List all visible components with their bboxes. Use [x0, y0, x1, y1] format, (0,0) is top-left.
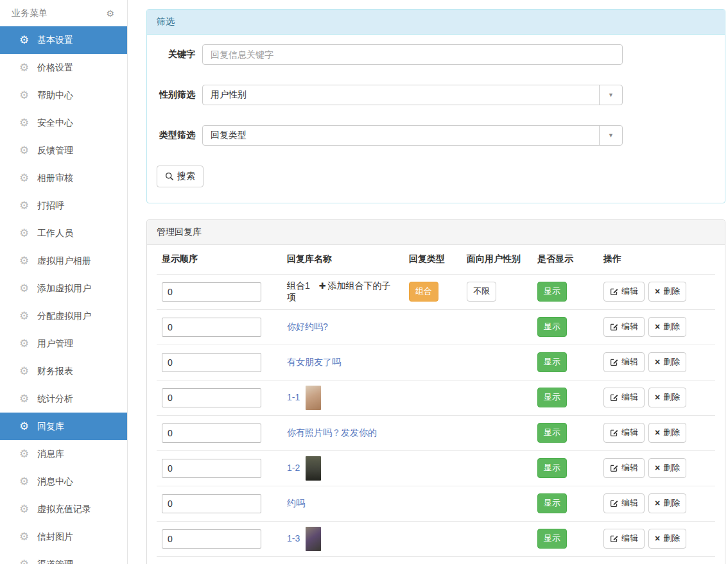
- gear-icon: ⚙: [19, 200, 31, 211]
- sidebar-item-label: 回复库: [37, 421, 64, 432]
- thumbnail-image[interactable]: [306, 456, 321, 481]
- edit-button[interactable]: 编辑: [603, 352, 645, 372]
- gear-icon: ⚙: [19, 449, 31, 459]
- sidebar-item-virtual-recharge[interactable]: ⚙ 虚拟充值记录: [0, 495, 127, 523]
- delete-button[interactable]: ×删除: [648, 458, 686, 477]
- sidebar-item-staff[interactable]: ⚙ 工作人员: [0, 219, 127, 247]
- sidebar-item-label: 安全中心: [37, 117, 73, 129]
- reply-name-link[interactable]: 你有照片吗？发发你的: [287, 427, 377, 438]
- sidebar-item-reply-library[interactable]: ⚙ 回复库: [0, 413, 127, 440]
- order-input[interactable]: [162, 353, 261, 372]
- delete-button[interactable]: ×删除: [648, 529, 686, 548]
- sidebar-item-security-center[interactable]: ⚙ 安全中心: [0, 109, 127, 137]
- sidebar-item-label: 基本设置: [37, 35, 73, 46]
- sidebar-item-greeting[interactable]: ⚙ 打招呼: [0, 192, 127, 219]
- reply-name-link[interactable]: 有女朋友了吗: [287, 357, 341, 367]
- order-input[interactable]: [162, 494, 261, 513]
- order-input[interactable]: [162, 423, 261, 443]
- thumbnail-image[interactable]: [306, 386, 321, 410]
- type-select[interactable]: 回复类型 ▼: [202, 125, 623, 146]
- order-input[interactable]: [162, 459, 261, 478]
- sidebar-item-basic-settings[interactable]: ⚙ 基本设置: [0, 26, 127, 54]
- edit-icon: [610, 429, 618, 437]
- order-input[interactable]: [162, 282, 261, 302]
- sidebar-item-feedback[interactable]: ⚙ 反馈管理: [0, 137, 127, 164]
- main-content: 筛选 关键字 性别筛选 用户性别 ▼ 类型筛选 回复类型 ▼: [128, 0, 728, 564]
- edit-button[interactable]: 编辑: [603, 529, 645, 548]
- order-input[interactable]: [162, 388, 261, 407]
- order-input[interactable]: [162, 318, 261, 337]
- type-select-value: 回复类型: [203, 126, 599, 145]
- visible-toggle-button[interactable]: 显示: [537, 529, 567, 548]
- sidebar-item-album-review[interactable]: ⚙ 相册审核: [0, 164, 127, 192]
- sidebar-item-virtual-user-album[interactable]: ⚙ 虚拟用户相册: [0, 247, 127, 275]
- keyword-input[interactable]: [202, 44, 623, 65]
- sidebar-item-envelope-image[interactable]: ⚙ 信封图片: [0, 523, 127, 551]
- gear-icon: ⚙: [19, 255, 31, 266]
- sidebar-item-finance-report[interactable]: ⚙ 财务报表: [0, 357, 127, 385]
- sidebar-item-assign-virtual-user[interactable]: ⚙ 分配虚拟用户: [0, 302, 127, 330]
- delete-x-icon: ×: [655, 499, 660, 508]
- sidebar-item-help-center[interactable]: ⚙ 帮助中心: [0, 81, 127, 109]
- visible-toggle-button[interactable]: 显示: [537, 317, 567, 336]
- type-filter-row: 类型筛选 回复类型 ▼: [157, 125, 715, 146]
- sidebar-item-statistics[interactable]: ⚙ 统计分析: [0, 385, 127, 413]
- gear-icon: ⚙: [19, 421, 31, 432]
- search-button[interactable]: 搜索: [157, 166, 204, 187]
- edit-button[interactable]: 编辑: [603, 317, 645, 336]
- delete-button[interactable]: ×删除: [648, 352, 686, 372]
- edit-button[interactable]: 编辑: [603, 493, 645, 513]
- gender-badge: 不限: [467, 282, 496, 301]
- type-filter-label: 类型筛选: [157, 130, 195, 141]
- reply-name-link[interactable]: 1-2: [287, 462, 300, 472]
- gender-select[interactable]: 用户性别 ▼: [202, 85, 623, 105]
- delete-x-icon: ×: [655, 357, 660, 366]
- gear-icon: ⚙: [19, 173, 31, 184]
- reply-name-link[interactable]: 1-3: [287, 533, 300, 543]
- delete-button[interactable]: ×删除: [648, 493, 686, 513]
- gender-filter-row: 性别筛选 用户性别 ▼: [157, 85, 715, 105]
- delete-button[interactable]: ×删除: [648, 388, 686, 407]
- visible-toggle-button[interactable]: 显示: [537, 423, 567, 442]
- reply-name-link[interactable]: 你好约吗?: [287, 321, 328, 332]
- gear-icon: ⚙: [19, 504, 31, 515]
- visible-toggle-button[interactable]: 显示: [537, 282, 567, 301]
- sidebar-item-message-library[interactable]: ⚙ 消息库: [0, 440, 127, 468]
- thumbnail-image[interactable]: [306, 527, 321, 551]
- delete-x-icon: ×: [655, 463, 660, 472]
- gear-icon: ⚙: [19, 338, 31, 349]
- sidebar-item-user-management[interactable]: ⚙ 用户管理: [0, 330, 127, 357]
- plus-icon: ✚: [319, 281, 326, 291]
- table-row: 约吗 显示 编辑 ×删除: [157, 486, 715, 521]
- delete-button[interactable]: ×删除: [648, 317, 686, 336]
- order-input[interactable]: [162, 529, 261, 549]
- settings-gear-icon[interactable]: ⚙: [106, 8, 114, 19]
- sidebar-item-channel-management[interactable]: ⚙ 渠道管理: [0, 551, 127, 564]
- reply-name-link[interactable]: 约吗: [287, 498, 305, 508]
- column-header-gender: 面向用户性别: [462, 245, 532, 274]
- delete-button[interactable]: ×删除: [648, 423, 686, 442]
- reply-name-link[interactable]: 1-1: [287, 391, 300, 402]
- gear-icon: ⚙: [19, 311, 31, 321]
- sidebar-item-label: 虚拟用户相册: [37, 255, 91, 267]
- delete-button[interactable]: ×删除: [648, 282, 686, 301]
- edit-button[interactable]: 编辑: [603, 423, 645, 442]
- edit-button[interactable]: 编辑: [603, 458, 645, 477]
- edit-button[interactable]: 编辑: [603, 282, 645, 301]
- visible-toggle-button[interactable]: 显示: [537, 388, 567, 407]
- visible-toggle-button[interactable]: 显示: [537, 458, 567, 477]
- delete-x-icon: ×: [655, 287, 660, 296]
- sidebar-item-add-virtual-user[interactable]: ⚙ 添加虚拟用户: [0, 275, 127, 302]
- edit-button[interactable]: 编辑: [603, 388, 645, 407]
- sidebar-item-message-center[interactable]: ⚙ 消息中心: [0, 468, 127, 495]
- chevron-down-icon: ▼: [599, 85, 622, 105]
- filter-panel: 筛选 关键字 性别筛选 用户性别 ▼ 类型筛选 回复类型 ▼: [146, 9, 725, 203]
- visible-toggle-button[interactable]: 显示: [537, 493, 567, 513]
- visible-toggle-button[interactable]: 显示: [537, 352, 567, 372]
- gear-icon: ⚙: [19, 559, 31, 564]
- gender-select-value: 用户性别: [203, 85, 599, 105]
- gear-icon: ⚙: [19, 531, 31, 542]
- sidebar-item-price-settings[interactable]: ⚙ 价格设置: [0, 54, 127, 81]
- search-button-label: 搜索: [177, 170, 195, 183]
- gear-icon: ⚙: [19, 393, 31, 404]
